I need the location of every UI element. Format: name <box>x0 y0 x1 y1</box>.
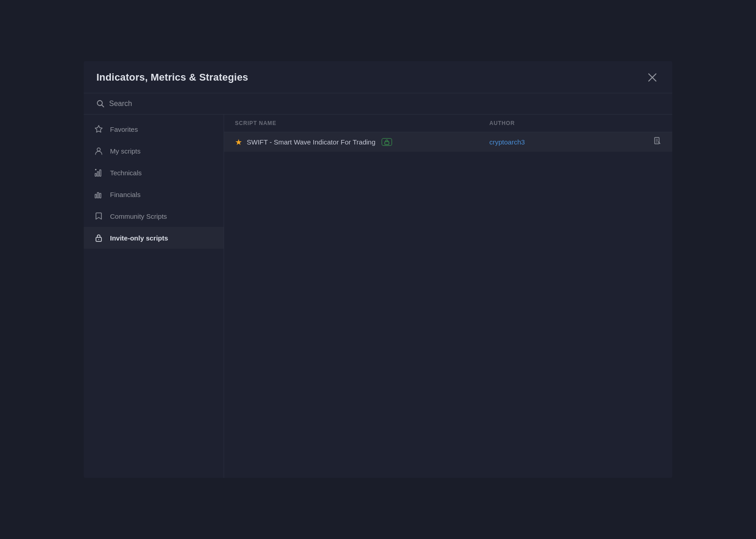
svg-point-4 <box>97 148 100 151</box>
sidebar-item-community-scripts[interactable]: Community Scripts <box>84 205 224 227</box>
script-name-cell: ★ SWIFT - Smart Wave Indicator For Tradi… <box>235 137 489 147</box>
svg-rect-10 <box>97 192 99 198</box>
svg-rect-11 <box>100 193 101 198</box>
column-author: AUTHOR <box>489 120 661 126</box>
sidebar-item-financials-label: Financials <box>110 191 141 198</box>
column-script-name: SCRIPT NAME <box>235 120 489 126</box>
search-input[interactable] <box>109 100 660 108</box>
svg-rect-6 <box>97 172 99 176</box>
sidebar-item-favorites-label: Favorites <box>110 125 138 133</box>
script-name-text: SWIFT - Smart Wave Indicator For Trading <box>247 138 375 146</box>
favorite-star-icon: ★ <box>235 137 242 147</box>
author-cell: cryptoarch3 <box>489 137 661 147</box>
star-icon <box>94 124 104 134</box>
bookmark-icon <box>94 211 104 221</box>
lock-badge-icon <box>382 138 392 146</box>
sidebar-item-community-scripts-label: Community Scripts <box>110 212 167 220</box>
modal-header: Indicators, Metrics & Strategies <box>84 61 672 93</box>
close-button[interactable] <box>645 70 660 85</box>
sidebar-item-my-scripts[interactable]: My scripts <box>84 140 224 162</box>
svg-line-3 <box>102 105 104 107</box>
search-bar <box>84 93 672 115</box>
svg-rect-7 <box>100 170 101 176</box>
modal-title: Indicators, Metrics & Strategies <box>96 72 248 83</box>
svg-point-13 <box>98 239 99 240</box>
sidebar: Favorites My scripts <box>84 115 224 478</box>
document-icon <box>653 137 661 147</box>
sidebar-item-technicals-label: Technicals <box>110 169 142 177</box>
author-name[interactable]: cryptoarch3 <box>489 138 525 146</box>
sidebar-item-invite-only[interactable]: Invite-only scripts <box>84 227 224 249</box>
person-icon <box>94 146 104 156</box>
svg-rect-14 <box>385 142 389 145</box>
svg-rect-9 <box>95 194 96 198</box>
bar-chart-icon <box>94 168 104 178</box>
financials-icon <box>94 189 104 199</box>
table-header: SCRIPT NAME AUTHOR <box>224 115 672 132</box>
search-icon <box>96 100 105 108</box>
indicators-modal: Indicators, Metrics & Strategies <box>84 61 672 478</box>
svg-rect-5 <box>95 173 96 176</box>
sidebar-item-financials[interactable]: Financials <box>84 183 224 205</box>
sidebar-item-my-scripts-label: My scripts <box>110 147 141 155</box>
sidebar-item-favorites[interactable]: Favorites <box>84 118 224 140</box>
table-body: ★ SWIFT - Smart Wave Indicator For Tradi… <box>224 132 672 478</box>
sidebar-item-technicals[interactable]: Technicals <box>84 162 224 183</box>
table-row[interactable]: ★ SWIFT - Smart Wave Indicator For Tradi… <box>224 132 672 152</box>
sidebar-item-invite-only-label: Invite-only scripts <box>110 234 168 242</box>
svg-rect-8 <box>95 169 96 170</box>
lock-icon <box>94 233 104 243</box>
modal-body: Favorites My scripts <box>84 115 672 478</box>
content-area: SCRIPT NAME AUTHOR ★ SWIFT - Smart Wave … <box>224 115 672 478</box>
